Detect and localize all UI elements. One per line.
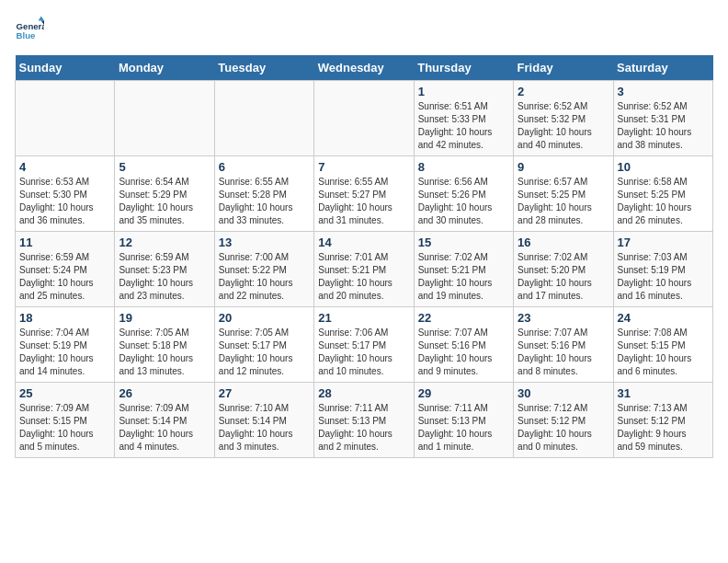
week-row-2: 11Sunrise: 6:59 AM Sunset: 5:24 PM Dayli…	[16, 232, 713, 307]
week-row-1: 4Sunrise: 6:53 AM Sunset: 5:30 PM Daylig…	[16, 156, 713, 232]
day-cell	[314, 81, 414, 156]
day-number: 11	[19, 236, 110, 249]
day-info: Sunrise: 6:52 AM Sunset: 5:31 PM Dayligh…	[618, 100, 709, 152]
day-number: 19	[119, 311, 210, 325]
header-cell-wednesday: Wednesday	[314, 55, 414, 81]
day-info: Sunrise: 6:51 AM Sunset: 5:33 PM Dayligh…	[418, 100, 509, 152]
day-info: Sunrise: 6:55 AM Sunset: 5:27 PM Dayligh…	[318, 176, 409, 227]
day-number: 12	[119, 236, 210, 249]
day-number: 25	[19, 386, 110, 400]
day-number: 27	[219, 386, 310, 400]
day-number: 16	[518, 236, 609, 249]
day-cell: 27Sunrise: 7:10 AM Sunset: 5:14 PM Dayli…	[214, 383, 313, 458]
day-info: Sunrise: 7:03 AM Sunset: 5:19 PM Dayligh…	[618, 251, 709, 303]
day-number: 31	[618, 386, 709, 400]
header-cell-thursday: Thursday	[414, 55, 513, 81]
calendar-table: SundayMondayTuesdayWednesdayThursdayFrid…	[15, 55, 713, 458]
day-number: 28	[318, 386, 409, 400]
day-cell: 16Sunrise: 7:02 AM Sunset: 5:20 PM Dayli…	[514, 232, 613, 307]
day-number: 24	[618, 311, 709, 325]
day-number: 3	[618, 85, 709, 98]
day-cell: 22Sunrise: 7:07 AM Sunset: 5:16 PM Dayli…	[414, 307, 513, 383]
day-cell: 23Sunrise: 7:07 AM Sunset: 5:16 PM Dayli…	[514, 307, 613, 383]
day-info: Sunrise: 6:56 AM Sunset: 5:26 PM Dayligh…	[418, 176, 509, 227]
day-info: Sunrise: 7:01 AM Sunset: 5:21 PM Dayligh…	[318, 251, 409, 303]
day-info: Sunrise: 7:07 AM Sunset: 5:16 PM Dayligh…	[418, 327, 509, 378]
svg-text:Blue: Blue	[17, 30, 36, 40]
header-cell-tuesday: Tuesday	[214, 55, 313, 81]
day-number: 10	[618, 160, 709, 174]
day-cell: 26Sunrise: 7:09 AM Sunset: 5:14 PM Dayli…	[115, 383, 214, 458]
day-cell: 25Sunrise: 7:09 AM Sunset: 5:15 PM Dayli…	[16, 383, 115, 458]
day-cell: 14Sunrise: 7:01 AM Sunset: 5:21 PM Dayli…	[314, 232, 414, 307]
day-number: 23	[518, 311, 609, 325]
day-cell: 24Sunrise: 7:08 AM Sunset: 5:15 PM Dayli…	[613, 307, 712, 383]
day-number: 8	[418, 160, 509, 174]
day-info: Sunrise: 7:05 AM Sunset: 5:18 PM Dayligh…	[119, 327, 210, 378]
logo-icon: General Blue	[15, 15, 44, 44]
day-info: Sunrise: 6:57 AM Sunset: 5:25 PM Dayligh…	[518, 176, 609, 227]
day-number: 13	[219, 236, 310, 249]
header-cell-friday: Friday	[514, 55, 613, 81]
svg-text:General: General	[17, 21, 44, 31]
day-info: Sunrise: 7:13 AM Sunset: 5:12 PM Dayligh…	[618, 402, 709, 454]
day-number: 30	[518, 386, 609, 400]
day-number: 9	[518, 160, 609, 174]
day-info: Sunrise: 6:54 AM Sunset: 5:29 PM Dayligh…	[119, 176, 210, 227]
page-header: General Blue	[15, 15, 713, 44]
day-cell: 18Sunrise: 7:04 AM Sunset: 5:19 PM Dayli…	[16, 307, 115, 383]
day-cell: 10Sunrise: 6:58 AM Sunset: 5:25 PM Dayli…	[613, 156, 712, 232]
day-info: Sunrise: 6:55 AM Sunset: 5:28 PM Dayligh…	[219, 176, 310, 227]
day-number: 22	[418, 311, 509, 325]
day-info: Sunrise: 7:10 AM Sunset: 5:14 PM Dayligh…	[219, 402, 310, 454]
header-row: SundayMondayTuesdayWednesdayThursdayFrid…	[16, 55, 713, 81]
day-cell	[115, 81, 214, 156]
day-cell: 3Sunrise: 6:52 AM Sunset: 5:31 PM Daylig…	[613, 81, 712, 156]
day-info: Sunrise: 7:02 AM Sunset: 5:21 PM Dayligh…	[418, 251, 509, 303]
day-cell: 12Sunrise: 6:59 AM Sunset: 5:23 PM Dayli…	[115, 232, 214, 307]
day-info: Sunrise: 7:12 AM Sunset: 5:12 PM Dayligh…	[518, 402, 609, 454]
day-number: 6	[219, 160, 310, 174]
day-cell: 30Sunrise: 7:12 AM Sunset: 5:12 PM Dayli…	[514, 383, 613, 458]
day-number: 17	[618, 236, 709, 249]
day-info: Sunrise: 7:09 AM Sunset: 5:15 PM Dayligh…	[19, 402, 110, 454]
day-cell: 21Sunrise: 7:06 AM Sunset: 5:17 PM Dayli…	[314, 307, 414, 383]
day-number: 1	[418, 85, 509, 98]
day-number: 26	[119, 386, 210, 400]
day-number: 20	[219, 311, 310, 325]
day-cell: 19Sunrise: 7:05 AM Sunset: 5:18 PM Dayli…	[115, 307, 214, 383]
day-number: 14	[318, 236, 409, 249]
day-cell: 11Sunrise: 6:59 AM Sunset: 5:24 PM Dayli…	[16, 232, 115, 307]
logo: General Blue	[15, 15, 46, 44]
day-info: Sunrise: 6:52 AM Sunset: 5:32 PM Dayligh…	[518, 100, 609, 152]
day-cell: 7Sunrise: 6:55 AM Sunset: 5:27 PM Daylig…	[314, 156, 414, 232]
day-info: Sunrise: 7:09 AM Sunset: 5:14 PM Dayligh…	[119, 402, 210, 454]
day-cell: 1Sunrise: 6:51 AM Sunset: 5:33 PM Daylig…	[414, 81, 513, 156]
day-number: 2	[518, 85, 609, 98]
day-info: Sunrise: 7:00 AM Sunset: 5:22 PM Dayligh…	[219, 251, 310, 303]
day-number: 7	[318, 160, 409, 174]
day-number: 21	[318, 311, 409, 325]
day-info: Sunrise: 7:05 AM Sunset: 5:17 PM Dayligh…	[219, 327, 310, 378]
week-row-0: 1Sunrise: 6:51 AM Sunset: 5:33 PM Daylig…	[16, 81, 713, 156]
day-number: 15	[418, 236, 509, 249]
day-info: Sunrise: 7:08 AM Sunset: 5:15 PM Dayligh…	[618, 327, 709, 378]
day-info: Sunrise: 6:53 AM Sunset: 5:30 PM Dayligh…	[19, 176, 110, 227]
day-cell: 8Sunrise: 6:56 AM Sunset: 5:26 PM Daylig…	[414, 156, 513, 232]
day-number: 29	[418, 386, 509, 400]
day-info: Sunrise: 6:59 AM Sunset: 5:24 PM Dayligh…	[19, 251, 110, 303]
day-info: Sunrise: 6:59 AM Sunset: 5:23 PM Dayligh…	[119, 251, 210, 303]
header-cell-sunday: Sunday	[16, 55, 115, 81]
week-row-3: 18Sunrise: 7:04 AM Sunset: 5:19 PM Dayli…	[16, 307, 713, 383]
day-cell	[16, 81, 115, 156]
day-number: 18	[19, 311, 110, 325]
day-info: Sunrise: 7:11 AM Sunset: 5:13 PM Dayligh…	[418, 402, 509, 454]
day-number: 4	[19, 160, 110, 174]
day-cell: 2Sunrise: 6:52 AM Sunset: 5:32 PM Daylig…	[514, 81, 613, 156]
day-info: Sunrise: 7:11 AM Sunset: 5:13 PM Dayligh…	[318, 402, 409, 454]
header-cell-monday: Monday	[115, 55, 214, 81]
day-cell: 31Sunrise: 7:13 AM Sunset: 5:12 PM Dayli…	[613, 383, 712, 458]
day-cell: 29Sunrise: 7:11 AM Sunset: 5:13 PM Dayli…	[414, 383, 513, 458]
day-info: Sunrise: 7:04 AM Sunset: 5:19 PM Dayligh…	[19, 327, 110, 378]
day-cell: 9Sunrise: 6:57 AM Sunset: 5:25 PM Daylig…	[514, 156, 613, 232]
